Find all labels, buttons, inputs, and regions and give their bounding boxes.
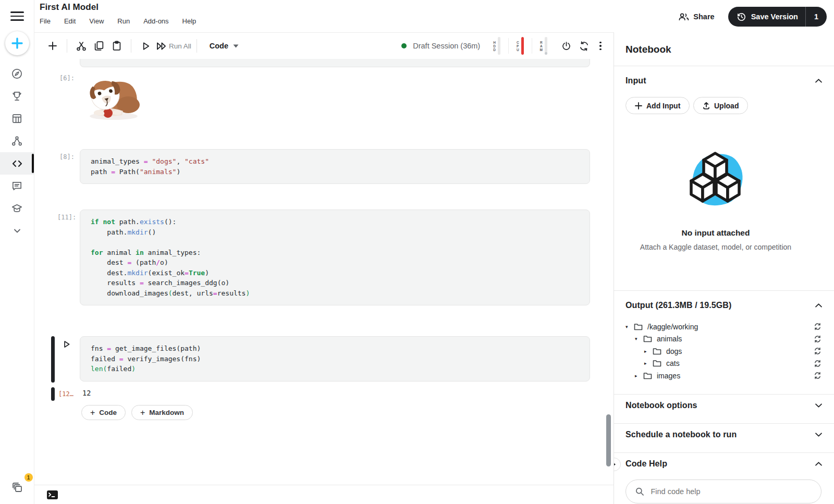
ram-meter: R A M [540, 37, 547, 55]
tree-caret-icon[interactable]: ▸ [635, 373, 642, 378]
menu-addons[interactable]: Add-ons [143, 17, 168, 25]
graduation-cap-icon [11, 202, 23, 214]
code-cell-11[interactable]: if not path.exists(): path.mkdir() for a… [80, 210, 590, 305]
create-button[interactable] [5, 31, 29, 55]
panel-collapse-button[interactable] [614, 458, 621, 471]
plus-icon [10, 36, 24, 50]
plus-icon [47, 41, 58, 51]
save-version-count[interactable]: 1 [805, 7, 827, 27]
code-editor-selected[interactable]: fns = get_image_files(path)failed = veri… [91, 343, 580, 374]
code-help-search-input[interactable] [651, 487, 812, 496]
restart-session-button[interactable] [575, 37, 593, 55]
tree-item-label: /kaggle/working [647, 323, 698, 331]
partial-code-cell[interactable] [80, 59, 590, 67]
code-editor-11[interactable]: if not path.exists(): path.mkdir() for a… [91, 217, 580, 298]
cell-run-button[interactable] [62, 340, 71, 350]
tree-caret-icon[interactable]: ▸ [644, 349, 652, 354]
refresh-icon[interactable] [814, 360, 821, 367]
sidebar-item-code[interactable] [0, 152, 34, 175]
vertical-scrollbar-thumb[interactable] [606, 414, 611, 466]
add-markdown-label: Markdown [149, 409, 184, 416]
sidebar-item-datasets[interactable] [0, 107, 34, 130]
menu-edit[interactable]: Edit [64, 17, 76, 25]
kaggle-notebook-app: 1 First AI Model File Edit View Run Add-… [0, 0, 834, 504]
run-cell-button[interactable] [137, 37, 154, 55]
output-tree-row[interactable]: ▸ cats [614, 358, 834, 370]
cpu-meter: C P U [517, 37, 524, 55]
copy-cell-button[interactable] [90, 37, 108, 55]
cpu-label: C P U [517, 41, 519, 52]
code-cell-8[interactable]: animal_types = "dogs", "cats"path = Path… [80, 149, 590, 184]
paste-cell-button[interactable] [108, 37, 126, 55]
chevron-down-icon [12, 226, 22, 236]
output-file-tree: ▾ /kaggle/working ▾ animals ▸ dogs ▸ cat… [614, 321, 834, 382]
output-tree-row[interactable]: ▸ images [614, 370, 834, 382]
code-editor-8[interactable]: animal_types = "dogs", "cats"path = Path… [91, 156, 580, 177]
scissors-icon [76, 40, 87, 52]
upload-label: Upload [714, 102, 739, 110]
sidebar-item-models[interactable] [0, 130, 34, 152]
panel-title: Notebook [626, 44, 671, 55]
refresh-icon[interactable] [814, 323, 821, 330]
tree-caret-icon[interactable]: ▾ [635, 336, 642, 341]
output-prompt-6: [6]: [59, 75, 75, 82]
upload-button[interactable]: Upload [693, 97, 748, 114]
output-section-header[interactable]: Output (261.3MB / 19.5GB) [626, 301, 823, 310]
cells-scroll-area[interactable]: [6]: [34, 59, 614, 485]
session-status[interactable]: Draft Session (36m) [401, 42, 480, 50]
code-help-title: Code Help [626, 459, 667, 469]
code-help-search[interactable] [626, 480, 821, 503]
run-all-label[interactable]: Run All [169, 42, 191, 50]
refresh-icon[interactable] [814, 372, 821, 379]
cell-type-dropdown[interactable]: Code [210, 42, 239, 50]
output-tree-row[interactable]: ▾ /kaggle/working [614, 321, 834, 333]
menu-help[interactable]: Help [182, 17, 197, 25]
sidebar-item-home[interactable] [0, 63, 34, 85]
add-markdown-cell-button[interactable]: + Markdown [131, 405, 193, 420]
trophy-icon [11, 90, 23, 102]
sidebar-item-learn[interactable] [0, 197, 34, 219]
plus-icon [635, 102, 642, 109]
save-version-button[interactable]: Save Version 1 [728, 7, 827, 27]
menu-view[interactable]: View [89, 17, 104, 25]
share-button[interactable]: Share [678, 12, 714, 21]
refresh-icon[interactable] [814, 347, 821, 355]
refresh-icon[interactable] [814, 335, 821, 343]
code-help-header[interactable]: Code Help [626, 459, 823, 469]
dataset-table-icon [11, 113, 23, 125]
power-session-button[interactable] [557, 37, 575, 55]
input-section-header[interactable]: Input [626, 76, 823, 85]
no-input-subtitle: Attach a Kaggle dataset, model, or compe… [614, 243, 817, 251]
hamburger-menu-icon[interactable] [10, 9, 24, 23]
run-all-icon [156, 42, 167, 51]
add-code-cell-button[interactable]: + Code [81, 405, 126, 420]
tree-caret-icon[interactable]: ▸ [644, 361, 652, 366]
ram-bar [545, 37, 547, 55]
notebook-options-header[interactable]: Notebook options [626, 401, 823, 410]
add-cell-button[interactable] [44, 37, 62, 55]
active-events-button[interactable]: 1 [5, 478, 29, 497]
code-cell-selected[interactable]: fns = get_image_files(path)failed = veri… [80, 336, 590, 382]
cell-type-label: Code [210, 42, 228, 50]
plus-icon: + [90, 408, 95, 417]
add-input-button[interactable]: Add Input [626, 97, 690, 114]
run-all-button[interactable] [154, 37, 168, 55]
tree-caret-icon[interactable]: ▾ [626, 324, 633, 329]
output-tree-row[interactable]: ▸ dogs [614, 345, 834, 358]
menu-run[interactable]: Run [117, 17, 130, 25]
cell-prompt-11: [11]: [57, 214, 76, 221]
models-network-icon [11, 135, 23, 147]
more-options-button[interactable] [593, 42, 608, 51]
schedule-section-header[interactable]: Schedule a notebook to run [626, 430, 823, 439]
sidebar-item-competitions[interactable] [0, 85, 34, 107]
hdd-label: H D D [493, 41, 496, 52]
sidebar-item-discussions[interactable] [0, 175, 34, 197]
search-icon [635, 487, 644, 496]
menu-file[interactable]: File [40, 17, 51, 25]
caret-down-icon [233, 44, 239, 48]
console-terminal-icon[interactable] [46, 490, 58, 500]
sidebar-item-more[interactable] [0, 219, 34, 242]
run-play-icon [141, 41, 151, 51]
output-tree-row[interactable]: ▾ animals [614, 333, 834, 346]
cut-cell-button[interactable] [72, 37, 90, 55]
